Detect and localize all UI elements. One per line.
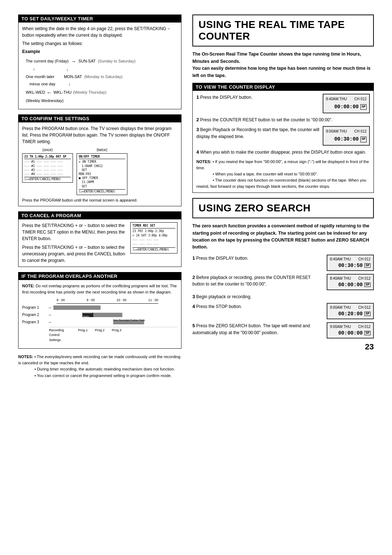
vcr-top-3: 9:00AM THU CH 012 <box>326 129 367 134</box>
cancel-inner: Press the SET/TRACKING + or − button to … <box>22 222 177 264</box>
page: TO SET DAILY/WEEKLY TIMER When setting t… <box>0 0 392 555</box>
vcr-zs-2: 8:40AM THU CH 012 00:00:00 SP <box>327 274 374 290</box>
vcr-zs-val-5: 00:00:00 <box>338 330 363 336</box>
overlaps-note-text: Do not overlap programs as portions of t… <box>22 284 177 294</box>
example-line-3: One month later MON-SAT (Monday to Satur… <box>26 73 177 81</box>
prog-screen-once: 23 TH 1:00p 2:30p 007 SP --- #1 --- --- … <box>22 153 73 183</box>
vcr-zs-counter-1: 00:30:50 SP <box>330 263 371 268</box>
cancel-text-1: Press the SET/TRACKING + or − button to … <box>22 222 127 242</box>
section-overlaps: IF THE PROGRAM OVERLAPS ANOTHER NOTE: Do… <box>18 272 181 349</box>
zero-search-header: USING ZERO SEARCH <box>192 198 374 218</box>
zs-step-5-display: 9:00AM THU CH 012 00:00:00 SP <box>327 322 374 339</box>
view-note-1: When you load a tape, the counter will r… <box>215 172 318 176</box>
section-view-counter: TO VIEW THE COUNTER DISPLAY 1 Press the … <box>192 83 374 193</box>
setting-changes-label: The setting changes as follows: <box>22 40 177 47</box>
cancel-screen-wrapper: TIMER REC SET 23 FRI 1:00p 2:30p > 24 SA… <box>130 222 177 254</box>
example-line-1: The current day (Friday) → SUN-SAT (Sund… <box>26 56 177 66</box>
notes-label-bottom: NOTES: <box>18 355 34 359</box>
vcr-counter-val-1: 00:00:00 <box>334 103 359 111</box>
left-column: TO SET DAILY/WEEKLY TIMER When setting t… <box>18 15 181 540</box>
overlaps-note-label: NOTE: <box>22 284 34 288</box>
tape-counter-intro-text: The On-Screen Real Time Tape Counter sho… <box>192 52 371 78</box>
section-cancel-title: TO CANCEL A PROGRAM <box>19 212 181 219</box>
prog1-bar-area <box>53 305 155 311</box>
step-3-row: 3 Begin Playback or Recording to start t… <box>196 126 370 146</box>
cancel-texts: Press the SET/TRACKING + or − button to … <box>22 222 127 264</box>
zs-step-2-row: 2 Before playback or recording, press th… <box>192 274 374 290</box>
vcr-zs-top-4: 9:00AM THU CH 012 <box>330 305 371 309</box>
step-3-display: 9:00AM THU CH 012 00:30:00 SP <box>323 126 370 146</box>
section-daily-weekly-content: When setting the date in the step 4 on p… <box>19 23 181 109</box>
zero-search-intro: The zero search function provides a conv… <box>192 223 374 251</box>
vcr-sp-3: SP <box>360 137 367 142</box>
vcr-ch-3: CH 012 <box>354 129 367 134</box>
prog-screen-twice: ON/OFF TIMER ✗ ON TIMER 1:00AM CH012 SET… <box>77 153 127 195</box>
bottom-notes: NOTES: • The everyday/every week recordi… <box>18 354 181 378</box>
tape-counter-header: USING THE REAL TIME TAPE COUNTER <box>192 15 374 46</box>
zs-step-1-text: Press the DISPLAY button. <box>196 256 249 261</box>
vcr-zs-top-2: 8:40AM THU CH 012 <box>330 276 371 280</box>
section-cancel: TO CANCEL A PROGRAM Press the SET/TRACKI… <box>18 211 181 267</box>
program-normal-note: Press the PROGRAM button until the norma… <box>22 197 177 203</box>
program-2-row: Program 2 → Deleted Parts <box>22 312 177 318</box>
prog3-bar-area: Non Recorded Portion Parts <box>53 319 155 325</box>
vcr-zs-top-5: 9:00AM THU CH 012 <box>330 325 371 329</box>
screen-once-wrapper: (once) 23 TH 1:00p 2:30p 007 SP --- #1 -… <box>22 147 73 195</box>
vcr-zs-ch-1: CH 012 <box>358 257 371 261</box>
zs-step-5-row: 5 Press the ZERO SEARCH button. The tape… <box>192 322 374 339</box>
vcr-zs-counter-2: 00:00:00 SP <box>330 282 371 288</box>
zs-step-4-body: 4 Press the STOP button. <box>192 303 324 310</box>
vcr-zs-time-4: 9:00AM THU <box>330 305 351 309</box>
vcr-time-3: 9:00AM THU <box>326 129 347 134</box>
page-number: 23 <box>192 342 374 352</box>
step-2-row: 2 Press the COUNTER RESET button to set … <box>196 116 370 123</box>
screen-twice-wrapper: (twice) ON/OFF TIMER ✗ ON TIMER 1:00AM C… <box>77 147 127 195</box>
vcr-counter-val-3: 00:30:00 <box>334 135 359 143</box>
vcr-ch-1: CH 012 <box>354 96 367 102</box>
step-4-row: 4 When you wish to make the counter disa… <box>196 149 370 156</box>
zs-step-1-body: 1 Press the DISPLAY button. <box>192 255 324 262</box>
step-2-body: 2 Press the COUNTER RESET button to set … <box>196 116 370 123</box>
screen-twice-label: (twice) <box>77 147 127 153</box>
zs-step-5-text: Press the ZERO SEARCH button. The tape w… <box>192 323 310 335</box>
screen-once-label: (once) <box>22 147 73 153</box>
zs-step-4-row: 4 Press the STOP button. 9:00AM THU CH 0… <box>192 303 374 319</box>
example-diagram: The current day (Friday) → SUN-SAT (Sund… <box>22 56 177 105</box>
step-4-body: 4 When you wish to make the counter disa… <box>196 149 370 156</box>
zs-step-3-body: 3 Begin playback or recording. <box>192 293 374 300</box>
zero-search-title: USING ZERO SEARCH <box>199 202 368 214</box>
zero-search-steps: 1 Press the DISPLAY button. 8:40AM THU C… <box>192 255 374 339</box>
vcr-zs-val-2: 00:00:00 <box>338 282 363 288</box>
vcr-time-1: 8:40AM THU <box>326 96 347 102</box>
step-2-text: Press the COUNTER RESET button to set th… <box>200 117 332 122</box>
step-1-body: 1 Press the DISPLAY button. <box>196 94 320 101</box>
step-1-text: Press the DISPLAY button. <box>200 95 253 100</box>
tape-counter-intro: The On-Screen Real Time Tape Counter sho… <box>192 51 374 79</box>
vcr-counter-1: 00:00:00 SP <box>326 103 367 111</box>
zs-step-4-display: 9:00AM THU CH 012 00:20:00 SP <box>327 303 374 319</box>
vcr-zs-time-2: 8:40AM THU <box>330 276 351 280</box>
vcr-sp-1: SP <box>360 104 367 110</box>
two-screens: (once) 23 TH 1:00p 2:30p 007 SP --- #1 -… <box>22 147 177 195</box>
right-column: USING THE REAL TIME TAPE COUNTER The On-… <box>192 15 374 540</box>
zs-step-2-text: Before playback or recording, press the … <box>192 275 311 287</box>
zs-step-3-text: Begin playback or recording. <box>196 294 252 299</box>
daily-weekly-text: When setting the date in the step 4 on p… <box>22 25 177 39</box>
vcr-zs-ch-2: CH 012 <box>358 276 371 280</box>
vcr-display-3: 9:00AM THU CH 012 00:30:00 SP <box>323 126 370 146</box>
example-line-2: ↑ ↓ <box>33 66 177 73</box>
vcr-zs-sp-2: SP <box>364 283 371 287</box>
overlap-diagram: 8 : 00 9 : 00 10 : 00 11 : 00 Program 1 … <box>22 298 177 343</box>
note-3: You can correct or cancel the programmed… <box>37 373 172 378</box>
cancel-text-2: Press the SET/TRACKING + or − button to … <box>22 244 127 264</box>
example-line-5: WKL-WED ← WKL-THU (Weekly Thursday) <box>26 88 177 97</box>
view-note-2: The counter does not function on nonreco… <box>196 178 366 189</box>
vcr-zs-time-1: 8:40AM THU <box>330 257 351 261</box>
zs-step-5-body: 5 Press the ZERO SEARCH button. The tape… <box>192 322 324 336</box>
section-overlaps-title: IF THE PROGRAM OVERLAPS ANOTHER <box>19 272 181 280</box>
section-confirm-title: TO CONFIRM THE SETTINGS <box>19 115 181 122</box>
prog-bottom-labels: RecordingControl Settings Prog.1 Prog.2 … <box>49 327 177 343</box>
example-line-6: (Weekly Wednesday) <box>26 97 177 105</box>
zs-step-2-display: 8:40AM THU CH 012 00:00:00 SP <box>327 274 374 290</box>
zs-step-1-row: 1 Press the DISPLAY button. 8:40AM THU C… <box>192 255 374 271</box>
